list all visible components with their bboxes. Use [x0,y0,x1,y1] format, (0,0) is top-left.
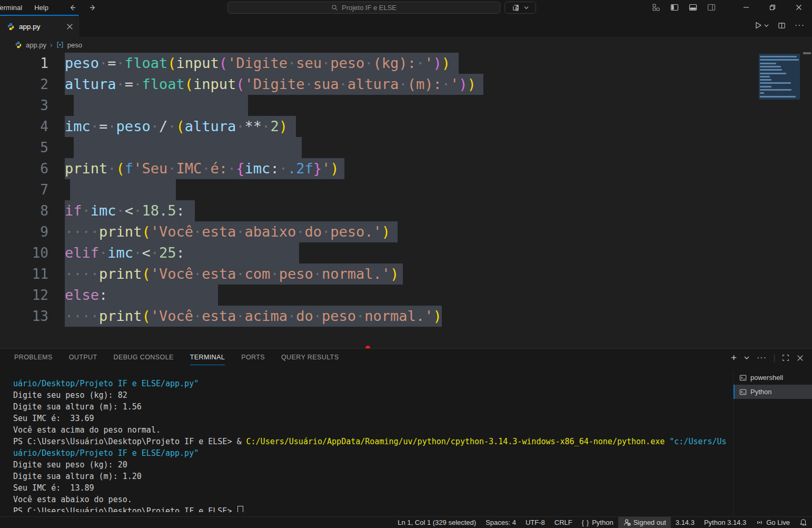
panel-tab-ports[interactable]: PORTS [241,354,265,365]
code-line-11[interactable]: 11····print('Você·esta·com·peso·normal.'… [0,263,758,285]
terminal-line[interactable]: Digite seu peso (kg): 82 [13,389,732,401]
code-line-2[interactable]: 2altura·=·float(input('Digite·sua·altura… [0,74,758,95]
status-item-utf-8[interactable]: UTF-8 [521,517,550,528]
close-panel-icon[interactable] [797,355,804,361]
terminal-line[interactable]: Você esta abaixo do peso. [13,494,732,505]
toggle-sidebar-left-icon[interactable] [670,3,679,12]
terminal-dropdown-chevron-icon[interactable] [744,355,749,360]
code-token: imc [65,118,91,134]
toggle-sidebar-right-icon[interactable] [707,3,716,12]
code-token: input [176,55,219,71]
code-token: ) [459,76,467,92]
split-editor-icon[interactable] [778,22,786,30]
terminal-line[interactable]: uário/Desktop/Projeto IF e ELSE/app.py" [13,378,732,389]
line-number: 8 [0,200,48,221]
code-editor[interactable]: 1peso·=·float(input('Digite·seu·peso·(kg… [0,53,758,348]
status-item-crlf[interactable]: CRLF [550,517,577,528]
launch-profile-control[interactable] [504,2,536,14]
minimap[interactable] [759,54,800,100]
panel-tab-debug-console[interactable]: DEBUG CONSOLE [113,354,173,365]
panel-tab-problems[interactable]: PROBLEMS [14,354,53,365]
terminal-list-item-powershell[interactable]: powershell [734,370,812,385]
close-tab-icon[interactable] [66,23,73,30]
command-center-search[interactable]: Projeto IF e ELSE [227,2,500,14]
code-token: · [107,160,116,177]
code-line-6[interactable]: 6print·(f'Seu·IMC·é:·{imc:·.2f}') [0,158,758,179]
status-item-go-live[interactable]: Go Live [751,517,795,528]
status-item-3-14-3[interactable]: 3.14.3 [671,517,699,528]
line-number: 6 [0,158,48,179]
toggle-panel-icon[interactable] [689,3,697,12]
close-window-button[interactable] [786,0,812,15]
terminal-line[interactable]: uário/Desktop/Projeto IF e ELSE/app.py" [13,447,732,459]
maximize-panel-icon[interactable] [782,354,789,361]
back-arrow-icon[interactable] [68,4,76,12]
terminal-list-item-python[interactable]: Python [734,385,812,399]
customize-layout-icon[interactable] [652,3,660,12]
code-token: ) [433,55,441,71]
code-line-5[interactable]: 5 [0,137,758,158]
whitespace-dot: · [116,76,125,92]
editor-tab-strip: app.py ··· [0,15,812,37]
code-line-13[interactable]: 13····print('Você·esta·acima·do·peso·nor… [0,306,758,327]
terminal-line[interactable]: Digite seu peso (kg): 20 [13,459,732,471]
code-token: ·=· [99,55,125,71]
command-center-text: Projeto IF e ELSE [342,4,397,12]
terminal-line[interactable]: Digite sua altura (m): 1.20 [13,471,732,482]
symbol-variable-icon [56,41,64,48]
terminal-output[interactable]: uário/Desktop/Projeto IF e ELSE/app.py"D… [13,378,732,512]
whitespace-dot: · [151,118,159,134]
status-item-python-3-14-3[interactable]: Python 3.14.3 [699,517,751,528]
line-number: 13 [0,306,48,327]
status-item-spaces-4[interactable]: Spaces: 4 [481,517,521,528]
python-file-icon [15,41,22,48]
panel-tab-output[interactable]: OUTPUT [69,354,97,365]
history-nav [68,4,97,12]
breadcrumb-file[interactable]: app.py [26,41,46,49]
code-line-3[interactable]: 3 [0,95,758,116]
minimap-line [760,56,797,57]
terminal-line[interactable]: Digite sua altura (m): 1.56 [13,401,732,413]
menu-bar: TerminalHelp [0,4,49,12]
code-token: else [65,287,99,303]
code-token: ) [279,118,288,134]
status-item-python[interactable]: { }Python [577,517,618,528]
terminal-list-label: Python [750,388,771,396]
new-terminal-icon[interactable]: + [731,354,737,361]
panel-actions-divider [774,354,775,362]
panel-tab-terminal[interactable]: TERMINAL [190,354,225,365]
code-line-10[interactable]: 10elif·imc·<·25: [0,242,758,263]
menu-item-help[interactable]: Help [33,4,49,12]
code-token: ( [236,76,244,92]
terminal-line[interactable]: PS C:\Users\Usuário\Desktop\Projeto IF e… [13,505,732,512]
code-line-4[interactable]: 4imc·=·peso·/·(altura·**·2) [0,116,758,137]
run-python-file-button[interactable] [754,21,769,30]
forward-arrow-icon[interactable] [89,4,97,12]
menu-item-terminal[interactable]: Terminal [0,4,23,12]
selection-trail [185,200,195,221]
code-line-1[interactable]: 1peso·=·float(input('Digite·seu·peso·(kg… [0,53,758,74]
code-line-9[interactable]: 9····print('Você·esta·abaixo·do·peso.') [0,221,758,242]
more-actions-icon[interactable]: ··· [795,21,805,30]
terminal-line[interactable]: Seu IMC é: 13.89 [13,482,732,494]
terminal-line[interactable]: Seu IMC é: 33.69 [13,413,732,424]
code-line-8[interactable]: 8if·imc·<·18.5: [0,200,758,221]
status-item-bell-icon[interactable] [795,517,812,528]
terminal-text: uário/Desktop/Projeto IF e ELSE/app.py" [13,448,199,458]
status-item-label: Go Live [766,519,790,526]
status-item-signed-out[interactable]: Signed out [618,517,671,528]
terminal-line[interactable]: PS C:\Users\Usuário\Desktop\Projeto IF e… [13,436,732,447]
code-token: ·<· [116,202,142,219]
code-token: ( [142,308,150,324]
status-item-ln-1-col-1-329-selected[interactable]: Ln 1, Col 1 (329 selected) [393,517,481,528]
code-token: : [99,287,107,303]
tab-app-py[interactable]: app.py [0,15,79,37]
panel-tab-query-results[interactable]: QUERY RESULTS [281,354,339,365]
breadcrumb-symbol[interactable]: peso [67,41,82,49]
code-line-12[interactable]: 12else: [0,285,758,306]
minimize-button[interactable] [733,0,759,15]
restore-button[interactable] [759,0,786,15]
panel-more-actions-icon[interactable]: ··· [757,353,767,363]
code-line-7[interactable]: 7 [0,179,758,200]
terminal-line[interactable]: Você esta acima do peso normal. [13,424,732,436]
